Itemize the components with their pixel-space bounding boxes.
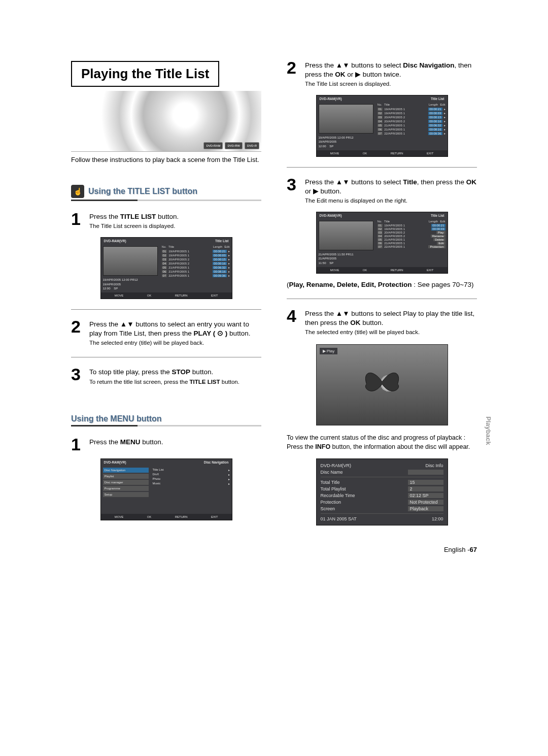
l: 00:00:15 [213, 258, 226, 261]
k: Total Playlist [321, 486, 346, 491]
foot-move: MOVE [115, 515, 124, 518]
disc-graphic: DVD-RAM DVD-RW DVD-R [71, 91, 261, 152]
osd-footer: MOVE OK RETURN EXIT [101, 514, 232, 520]
step-1: 1 Press the TITLE LIST button. The Title… [71, 212, 261, 230]
play-chip: ▶ Play [320, 348, 338, 354]
foot-ok: OK [147, 294, 152, 297]
foot-ok: OK [363, 269, 367, 272]
step-r4: 4 Press the ▲▼ buttons to select Play to… [287, 309, 477, 336]
t: : See pages 70~73) [412, 281, 474, 288]
playback-screenshot: ▶ Play [316, 344, 448, 425]
osd-thumbnail [319, 221, 373, 250]
thumb-row: 21/APR/2005 [319, 256, 373, 260]
v: Not Protected [408, 500, 443, 505]
thumb-row: 19/APR/2005 [319, 140, 373, 144]
sub: The Title List screen is displayed. [89, 222, 261, 230]
osd-disc: DVD-RAM(VR) [104, 461, 126, 464]
foot-exit: EXIT [427, 269, 433, 272]
t: 19/APR/2005 1 [384, 227, 430, 231]
n: 03 [162, 258, 167, 261]
osd-disc: DVD-RAM(VR) [104, 239, 126, 243]
menu-label: MENU [120, 438, 141, 446]
edit-protection: Protection [428, 245, 445, 248]
arrow-icon: ▸ [228, 270, 230, 273]
n: 07 [378, 245, 383, 248]
foot-move: MOVE [330, 152, 339, 155]
n: 06 [162, 270, 167, 273]
sub: The selected entry (title) will be playe… [305, 328, 477, 336]
title-list-label: TITLE LIST [120, 213, 156, 220]
n: 04 [378, 120, 383, 123]
nav-item: Playlist [103, 474, 149, 479]
page-title: Playing the Title List [71, 61, 219, 87]
t: To stop title play, press the [89, 368, 172, 376]
k: Recordable Time [321, 493, 355, 498]
intro-text: Follow these instructions to play back a… [71, 156, 261, 165]
sub: The Edit menu is displayed on the right. [305, 197, 477, 205]
t: 22/APR/2005 1 [384, 132, 427, 135]
step-number: 3 [287, 178, 300, 205]
arrow-icon: ▸ [444, 127, 446, 131]
divider [287, 299, 477, 299]
osd-titlelist-edit: DVD-RAM(VR) Title List 21/APR/2005 11:50… [316, 212, 448, 274]
t: or ▶ button twice. [346, 71, 401, 78]
c: Length [429, 220, 438, 223]
badge-dvdram: DVD-RAM [203, 142, 223, 149]
osd-footer: MOVE OK RETURN EXIT [101, 292, 232, 299]
thumb-row: 19/APR/2005 12:00 PR12 [103, 278, 158, 282]
foot-lang: English - [444, 546, 470, 553]
section-title-titlelist: Using the TITLE LIST button [88, 187, 197, 196]
section-head-menu: Using the MENU button [71, 414, 261, 423]
l: 00:00:21 [431, 224, 445, 227]
divider [71, 425, 261, 426]
b: OK [335, 71, 345, 78]
t: Press the ▲▼ buttons to select [305, 61, 403, 69]
k: Disc Name [321, 470, 343, 475]
n: 05 [378, 238, 383, 241]
l: 00:00:03 [431, 227, 445, 231]
step-2: 2 Press the ▲▼ buttons to select an entr… [71, 320, 261, 347]
v: Playback [408, 506, 443, 511]
t: 21/APR/2005 1 [384, 242, 435, 245]
edit-edit: Edit [437, 242, 445, 245]
n: 01 [378, 108, 383, 111]
osd-title: Title List [431, 214, 444, 217]
b: INFO [315, 443, 330, 450]
divider [71, 357, 261, 357]
divider [71, 309, 261, 310]
sub: The Title List screen is displayed. [305, 80, 477, 88]
v: 2 [408, 486, 443, 491]
l: 00:00:21 [428, 108, 442, 111]
step-number: 2 [287, 61, 300, 88]
osd-thumb-info: 19/APR/2005 12:00 PR12 19/APR/2005 12:00… [319, 136, 373, 148]
t: 20/APR/2005 2 [168, 258, 211, 261]
t: Press the ▲▼ buttons to select Play to p… [305, 310, 474, 326]
nav-item: Programme [103, 486, 149, 491]
n: 05 [162, 266, 167, 269]
arrow-icon: ▸ [228, 266, 230, 269]
l: 00:00:03 [213, 254, 226, 257]
step-3: 3 To stop title play, press the STOP but… [71, 368, 261, 385]
l: 00:08:16 [213, 270, 226, 273]
t: button. [141, 438, 163, 446]
info-date: 01 JAN 2005 SAT [321, 516, 357, 521]
stop-label: STOP [172, 368, 191, 376]
l: 00:06:32 [213, 266, 226, 269]
osd-titlelist-2: DVD-RAM(VR) Title List 19/APR/2005 12:00… [316, 95, 448, 157]
c: Edit [440, 220, 445, 223]
thumb-sp: SP [329, 145, 333, 148]
n: 05 [378, 124, 383, 127]
osd-footer: MOVE OK RETURN EXIT [317, 150, 448, 156]
n: 03 [378, 116, 383, 119]
t: 21/APR/2005 1 [384, 128, 427, 131]
arrow-icon: ▸ [444, 123, 446, 127]
k: Protection [321, 500, 341, 505]
b: OK [466, 178, 476, 186]
info-time: 12:00 [432, 516, 443, 521]
badge-dvdr: DVD-R [245, 142, 259, 149]
n: 01 [378, 224, 383, 227]
t: 22/APR/2005 1 [384, 245, 427, 248]
sub-item: Music [153, 482, 161, 485]
see-ref: (Play, Rename, Delete, Edit, Protection … [287, 281, 477, 288]
section-title-menu: Using the MENU button [71, 414, 162, 423]
